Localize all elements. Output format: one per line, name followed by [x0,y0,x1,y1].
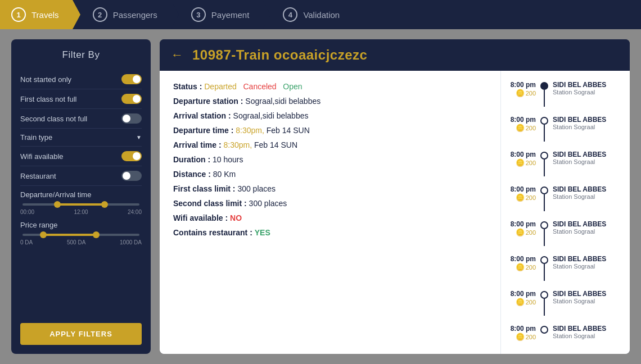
stop-info: SIDI BEL ABBES Station Sograal [553,255,624,270]
stop-line [544,125,545,142]
stop-coin: 🪙 200 [516,193,536,202]
sidebar: Filter By Not started only First class n… [11,39,151,354]
stop-dot-line [540,185,548,211]
back-arrow-button[interactable]: ← [171,48,183,62]
stop-time-coin: 8:00 pm 🪙 200 [507,81,536,97]
toggle-first-class[interactable] [121,94,142,104]
first-class-val: 300 places [237,184,276,193]
coin-icon: 🪙 [516,89,525,97]
stop-coins: 200 [526,299,536,306]
price-slider-labels: 0 DA 500 DA 1000 DA [20,239,142,245]
time-slider-fill [57,203,104,206]
apply-filters-button[interactable]: APPLY FILTERS [20,323,142,345]
stop-dot [540,117,548,125]
status-open: Open [283,82,302,91]
route-stop: 8:00 pm 🪙 200 SIDI BEL ABBES Station Sog… [501,111,630,146]
price-slider-track[interactable] [22,234,139,236]
toggle-second-class[interactable] [121,113,142,124]
chevron-down-icon: ▼ [136,134,142,140]
coin-icon: 🪙 [516,158,525,167]
stop-name: SIDI BEL ABBES [553,81,624,89]
duration-key: Duration : [173,155,210,164]
stop-coins: 200 [526,264,536,271]
price-slider-thumb-right[interactable] [93,231,100,238]
toggle-thumb-not-started [133,75,141,83]
stop-time: 8:00 pm [511,185,536,193]
step-label-passengers: Passengers [113,10,157,20]
nav-step-passengers[interactable]: 2 Passengers [73,0,171,29]
detail-panel: ← 10987-Train ocoaaicjczezc Status : Dep… [160,39,630,354]
departure-arrival-time-section: Departure/Arrival time 00:00 12:00 24:00 [20,190,142,215]
step-label-payement: Payement [211,10,250,20]
stop-line [544,194,545,211]
stop-station: Station Sograal [553,263,624,270]
stop-coins: 200 [526,125,536,131]
wifi-val: NO [230,213,242,222]
stop-time-coin: 8:00 pm 🪙 200 [507,185,536,202]
filter-first-class: First class not full [20,89,142,109]
coin-icon: 🪙 [516,124,525,132]
sidebar-title: Filter By [20,49,142,61]
stop-line [544,90,545,107]
price-mid-label: 500 DA [67,239,85,245]
nav-step-payement[interactable]: 3 Payement [171,0,263,29]
stop-dot-line [540,151,548,176]
filter-train-type[interactable]: Train type ▼ [20,129,142,147]
distance-key: Distance : [173,170,211,179]
filter-label-first-class: First class not full [20,95,76,103]
status-key: Status : [173,82,202,91]
price-range-label: Price range [20,221,142,229]
stop-dot [540,152,548,160]
stop-coins: 200 [526,194,536,201]
stop-dot-line [540,116,548,142]
arrival-station-key: Arrival station : [173,111,231,120]
nav-step-validation[interactable]: 4 Validation [263,0,353,29]
filter-label-not-started: Not started only [20,75,71,84]
departure-time-row: Departure time : 8:30pm, Feb 14 SUN [173,126,487,135]
stop-time-coin: 8:00 pm 🪙 200 [507,325,536,341]
stop-name: SIDI BEL ABBES [553,325,624,333]
price-max-label: 1000 DA [120,239,142,245]
toggle-not-started[interactable] [121,74,142,84]
stop-name: SIDI BEL ABBES [553,185,624,193]
route-stop: 8:00 pm 🪙 200 SIDI BEL ABBES Station Sog… [501,251,630,285]
restaurant-key: Contains restaurant : [173,228,252,237]
step-num-2: 2 [93,7,107,22]
filter-label-wifi: Wifi available [20,152,64,161]
price-slider-thumb-left[interactable] [40,231,47,238]
status-departed: Departed [204,82,237,91]
toggle-restaurant[interactable] [121,171,142,181]
stop-coin: 🪙 200 [516,228,536,236]
detail-header: ← 10987-Train ocoaaicjczezc [160,39,630,71]
time-slider-thumb-left[interactable] [54,201,61,208]
stop-dot-line [540,81,548,107]
status-row: Status : Departed Canceled Open [173,82,487,91]
toggle-wifi[interactable] [121,151,142,161]
stop-coin: 🪙 200 [516,333,536,341]
time-mid-label: 12:00 [74,209,88,215]
stop-name: SIDI BEL ABBES [553,290,624,298]
apply-filters-section: APPLY FILTERS [20,315,142,345]
time-slider-track[interactable] [22,203,139,206]
nav-step-travels[interactable]: 1 Travels [0,0,73,29]
stop-station: Station Sograal [553,298,624,304]
restaurant-val: YES [255,228,270,237]
stop-coins: 200 [526,90,536,97]
stop-name: SIDI BEL ABBES [553,151,624,158]
coin-icon: 🪙 [516,193,525,202]
stop-coin: 🪙 200 [516,124,536,132]
time-slider-thumb-right[interactable] [101,201,108,208]
step-label-validation: Validation [303,10,340,20]
arrival-station-row: Arrival station : Sograal,sidi belabbes [173,111,487,120]
route-stop: 8:00 pm 🪙 200 SIDI BEL ABBES Station Sog… [501,285,630,320]
stop-info: SIDI BEL ABBES Station Sograal [553,220,624,235]
arrival-time-val: 8:30pm, [223,140,252,149]
stop-coins: 200 [526,334,536,340]
step-num-3: 3 [191,7,206,22]
detail-body: Status : Departed Canceled Open Departur… [160,71,630,354]
stop-dot-line [540,220,548,246]
arrival-station-val: Sograal,sidi belabbes [233,111,309,120]
stop-time: 8:00 pm [511,290,536,298]
stop-dot [540,221,548,229]
stop-time-coin: 8:00 pm 🪙 200 [507,116,536,132]
